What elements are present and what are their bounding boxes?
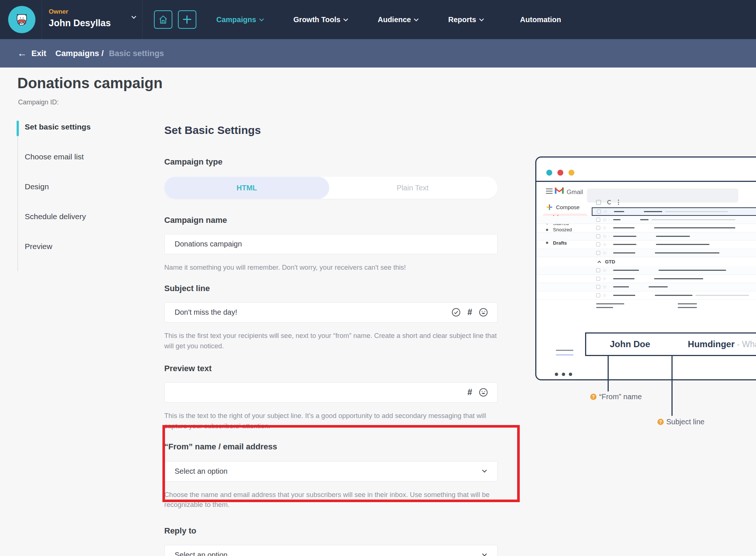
back-arrow-icon: ← (17, 48, 27, 59)
reply-to-select[interactable]: Select an option (164, 545, 498, 556)
reply-to-label: Reply to (164, 526, 498, 536)
subject-placeholder-bar (644, 211, 662, 212)
nav-item-label: Automation (520, 15, 561, 24)
nav-item-automation[interactable]: Automation (520, 15, 561, 24)
gmail-email-row: ☆ (536, 241, 756, 249)
refresh-icon (607, 200, 612, 204)
toggle-option-plain-text[interactable]: Plain Text (329, 177, 496, 199)
exit-button[interactable]: ← Exit (17, 48, 46, 59)
mock-from-name: John Doe (610, 339, 650, 349)
footer-line (596, 307, 613, 308)
divider (42, 0, 42, 39)
subject-placeholder-bar (656, 244, 709, 245)
from-field-label: “From” name / email address (164, 442, 498, 452)
campaign-id-label: Campaign ID: (18, 99, 59, 106)
home-button[interactable] (154, 10, 172, 29)
step-preview[interactable]: Preview (18, 241, 91, 271)
annotation-label: “From” name (599, 393, 642, 401)
checkbox-icon (596, 277, 600, 281)
breadcrumb: Campaigns / Basic settings (55, 49, 164, 58)
preview-text-input[interactable]: # (164, 382, 498, 403)
star-icon: ☆ (602, 242, 607, 247)
sender-placeholder-bar (613, 219, 621, 220)
nav-item-growth-tools[interactable]: Growth Tools (293, 15, 347, 24)
step-choose-email-list[interactable]: Choose email list (18, 152, 91, 182)
chevron-down-icon[interactable] (131, 14, 136, 19)
gmail-email-list: ☆☆☆☆☆☆ GTD ☆☆☆☆ (536, 207, 756, 300)
preview-placeholder-bar (695, 295, 749, 296)
subject-placeholder-bar (640, 219, 649, 220)
subject-line-connector-line (671, 356, 673, 416)
star-icon: ☆ (603, 209, 608, 214)
user-name: John Desyllas (49, 18, 111, 28)
footer-line (596, 303, 624, 304)
collapse-icon (598, 260, 601, 264)
personalization-tag-icon[interactable]: # (467, 387, 472, 397)
star-icon: ☆ (602, 234, 607, 239)
hamburger-menu-icon (546, 189, 553, 195)
step-schedule-delivery[interactable]: Schedule delivery (18, 211, 91, 241)
breadcrumb-current: Basic settings (109, 49, 164, 58)
divider (142, 0, 142, 39)
from-field-group: “From” name / email address Select an op… (164, 442, 498, 510)
checkbox-icon (596, 218, 600, 222)
window-dot-teal (546, 170, 552, 176)
main-nav: Campaigns Growth Tools Audience Reports … (216, 0, 561, 39)
gmail-row-list-bottom: ☆☆☆☆ (536, 266, 756, 300)
star-icon: ☆ (602, 293, 607, 298)
sender-placeholder-bar (613, 295, 635, 296)
preview-text-helper: This is the text to the right of your su… (164, 411, 501, 431)
gmail-email-row: ☆ (536, 232, 756, 241)
emoji-icon[interactable] (479, 388, 488, 397)
gmail-row-list-top: ☆☆☆☆☆☆ (536, 207, 756, 257)
create-new-button[interactable] (178, 10, 196, 29)
campaign-type-toggle: HTML Plain Text (164, 177, 498, 199)
step-label: Schedule delivery (25, 211, 86, 221)
checkbox-icon (596, 242, 600, 246)
sender-placeholder-bar (613, 278, 635, 279)
chevron-down-icon (259, 17, 264, 21)
gmail-email-row: ☆ (536, 216, 756, 224)
spellcheck-icon[interactable] (451, 308, 461, 317)
subject-line-helper: This is the first text your recipients w… (164, 331, 501, 351)
personalization-tag-icon[interactable]: # (467, 307, 472, 317)
preview-text-tools: # (467, 387, 488, 397)
cow-mascot-icon (13, 11, 30, 28)
from-select[interactable]: Select an option (164, 461, 498, 481)
moosend-logo[interactable] (8, 6, 35, 33)
gmail-email-row: ☆ (592, 207, 756, 216)
gmail-section-header: GTD (536, 257, 756, 266)
nav-item-label: Reports (448, 15, 476, 24)
footer-line (678, 303, 697, 304)
from-name-connector-line (608, 356, 609, 391)
plus-icon (183, 15, 191, 24)
checkbox-icon (596, 293, 600, 297)
toggle-option-html[interactable]: HTML (164, 177, 329, 199)
subject-line-input[interactable]: Don't miss the day! # (164, 302, 498, 322)
from-name-annotation: ? “From” name (590, 393, 642, 401)
campaign-name-label: Campaign name (164, 215, 498, 225)
step-set-basic-settings[interactable]: Set basic settings (18, 122, 91, 152)
emoji-icon[interactable] (479, 308, 488, 317)
nav-item-campaigns[interactable]: Campaigns (216, 15, 263, 24)
select-all-checkbox-icon (596, 200, 601, 205)
from-select-value: Select an option (175, 467, 227, 476)
gmail-toolbar (596, 200, 619, 205)
subject-line-value: Don't miss the day! (175, 308, 451, 317)
campaign-name-helper: Name it something you will remember. Don… (164, 262, 501, 272)
subject-line-annotation: ? Subject line (657, 418, 704, 426)
nav-item-label: Growth Tools (293, 15, 340, 24)
campaign-name-input[interactable]: Donations campaign (164, 234, 498, 254)
breadcrumb-parent[interactable]: Campaigns / (55, 49, 104, 58)
nav-item-reports[interactable]: Reports (448, 15, 483, 24)
browser-chrome (536, 158, 756, 182)
annotation-label: Subject line (666, 418, 704, 426)
list-marker-lines (556, 350, 573, 355)
sender-placeholder-bar (613, 227, 635, 228)
step-design[interactable]: Design (18, 182, 91, 211)
subject-placeholder-bar (659, 270, 726, 271)
nav-item-audience[interactable]: Audience (378, 15, 418, 24)
account-switcher[interactable]: Owner John Desyllas (49, 8, 111, 28)
help-icon: ? (657, 419, 664, 425)
chevron-down-icon (343, 17, 348, 21)
